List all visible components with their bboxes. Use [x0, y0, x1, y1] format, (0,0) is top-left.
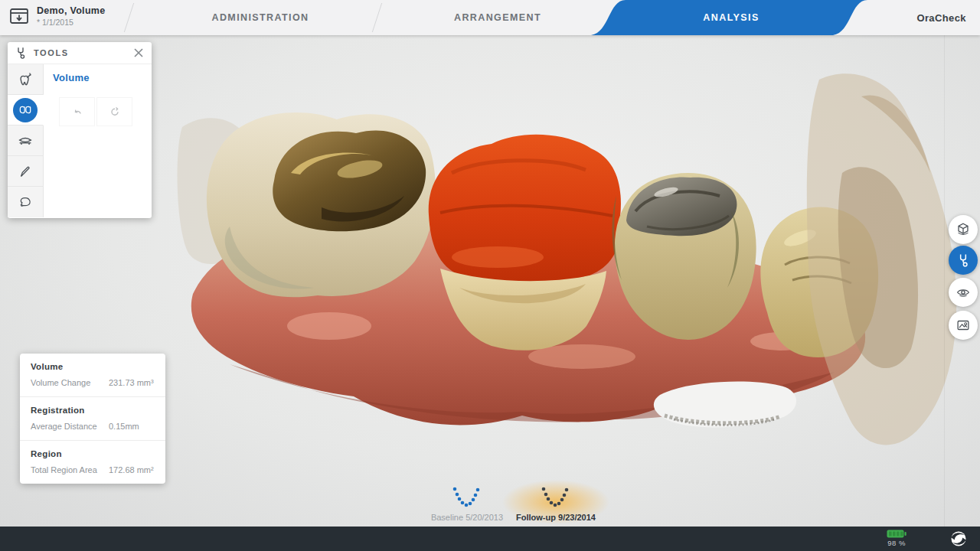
results-section-region: Region Total Region Area 172.68 mm² — [20, 441, 165, 484]
timeline-label: Baseline 5/20/2013 — [431, 513, 503, 522]
active-tool-highlight — [13, 98, 38, 122]
snapshot-button[interactable] — [949, 311, 978, 340]
result-value: 172.68 mm² — [109, 465, 155, 474]
teeth-compare-icon — [18, 103, 33, 118]
tool-volume[interactable] — [8, 95, 44, 126]
results-section-registration: Registration Average Distance 0.15mm — [20, 397, 165, 441]
tools-wrench-icon — [14, 46, 28, 60]
dental-arch-dots-icon — [452, 486, 482, 510]
tools-panel: TOOLS — [8, 42, 152, 218]
oracheck-app: Demo, Volume * 1/1/2015 ADMINISTRATION A… — [0, 0, 980, 551]
result-row: Volume Change 231.73 mm³ — [31, 378, 155, 387]
battery-status: 98 % — [879, 530, 914, 547]
section-title: Region — [31, 449, 155, 458]
analysis-tab-shape — [0, 0, 980, 35]
result-row: Total Region Area 172.68 mm² — [31, 465, 155, 474]
result-label: Total Region Area — [31, 465, 109, 474]
undo-button[interactable] — [59, 97, 95, 126]
battery-percentage: 98 % — [887, 539, 906, 547]
top-navigation-bar: Demo, Volume * 1/1/2015 ADMINISTRATION A… — [0, 0, 980, 35]
scan-timeline: Baseline 5/20/2013 Follow-up 9/23/2014 — [423, 486, 600, 522]
close-icon[interactable] — [132, 46, 145, 60]
tools-panel-body: Volume — [44, 64, 152, 218]
timeline-item-baseline[interactable]: Baseline 5/20/2013 — [423, 486, 511, 522]
results-section-volume: Volume Volume Change 231.73 mm³ — [20, 354, 165, 397]
bite-registration-icon — [17, 132, 34, 149]
status-bar: 98 % — [0, 527, 980, 551]
tooth-analysis-icon — [17, 71, 34, 88]
view-3d-cube-icon — [955, 221, 972, 238]
pen-icon — [17, 163, 34, 180]
result-value: 0.15mm — [109, 422, 155, 431]
visibility-button[interactable] — [949, 278, 978, 307]
redo-icon — [107, 104, 122, 119]
sirona-logo — [949, 530, 968, 551]
section-title: Registration — [31, 406, 155, 415]
tab-analysis[interactable]: ANALYSIS — [647, 0, 815, 35]
result-value: 231.73 mm³ — [109, 378, 155, 387]
tool-rail — [8, 64, 44, 218]
dental-arch-dots-icon — [541, 486, 571, 510]
tools-panel-header: TOOLS — [8, 42, 152, 64]
tool-draw[interactable] — [8, 156, 44, 187]
result-row: Average Distance 0.15mm — [31, 422, 155, 431]
tools-panel-title: TOOLS — [34, 48, 132, 57]
result-label: Volume Change — [31, 378, 109, 387]
measurement-results-panel: Volume Volume Change 231.73 mm³ Registra… — [20, 354, 165, 484]
lasso-region-icon — [17, 194, 34, 210]
timeline-item-followup[interactable]: Follow-up 9/23/2014 — [511, 486, 600, 522]
section-title: Volume — [31, 362, 155, 371]
tools-wrench-icon — [956, 253, 971, 268]
result-label: Average Distance — [31, 422, 109, 431]
eye-icon — [955, 284, 972, 301]
tool-analysis[interactable] — [8, 64, 44, 95]
timeline-label: Follow-up 9/23/2014 — [516, 513, 596, 522]
tools-button[interactable] — [949, 246, 978, 275]
active-tool-title: Volume — [53, 72, 152, 83]
view-3d-button[interactable] — [949, 215, 978, 244]
tool-bite[interactable] — [8, 126, 44, 156]
battery-icon — [887, 530, 906, 538]
redo-button[interactable] — [96, 97, 132, 126]
snapshot-icon — [955, 317, 972, 334]
right-panel-divider — [944, 35, 945, 527]
undo-icon — [70, 104, 85, 119]
tool-region[interactable] — [8, 187, 44, 217]
